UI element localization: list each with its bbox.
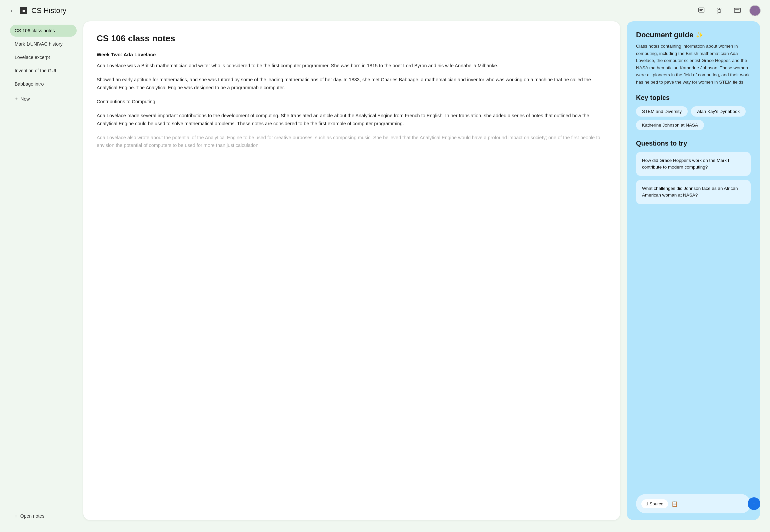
svg-point-3 (718, 9, 721, 12)
topic-chip-katherine[interactable]: Katherine Johnson at NASA (636, 120, 704, 130)
guide-description: Class notes containing information about… (636, 43, 751, 86)
doc-icon: ■ (20, 7, 27, 14)
svg-rect-0 (699, 8, 704, 12)
page-title: CS History (31, 6, 66, 15)
open-notes-label: Open notes (20, 513, 44, 519)
question-card-1[interactable]: How did Grace Hopper's work on the Mark … (636, 152, 751, 176)
section-title: Week Two: Ada Lovelace (97, 52, 607, 57)
chat-icon-button[interactable] (731, 5, 743, 17)
paragraph-5: Ada Lovelace also wrote about the potent… (97, 134, 607, 150)
plus-icon: + (15, 96, 18, 102)
sidebar-item-lovelace[interactable]: Lovelace excerpt (10, 51, 77, 63)
topic-chip-stem[interactable]: STEM and Diversity (636, 106, 688, 117)
header-right: U (695, 5, 761, 17)
paragraph-3: Contributions to Computing: (97, 98, 607, 106)
avatar[interactable]: U (749, 5, 761, 16)
guide-header: Document guide ✨ (636, 31, 751, 39)
sidebar-item-cs106[interactable]: CS 106 class notes (10, 25, 77, 37)
document-panel: CS 106 class notes Week Two: Ada Lovelac… (83, 21, 620, 520)
paragraph-1: Ada Lovelace was a British mathematician… (97, 62, 607, 70)
new-note-button[interactable]: + New (10, 93, 77, 105)
sidebar: CS 106 class notes Mark 1/UNIVAC history… (7, 21, 80, 525)
svg-rect-4 (734, 8, 740, 13)
paragraph-4: Ada Lovelace made several important cont… (97, 112, 607, 128)
guide-title: Document guide (636, 31, 693, 39)
open-notes-button[interactable]: ≡ Open notes (10, 510, 77, 522)
send-icon: ↑ (753, 500, 756, 507)
header-left: ← ■ CS History (9, 6, 66, 15)
content-area: CS 106 class notes Week Two: Ada Lovelac… (80, 21, 763, 525)
questions-container: How did Grace Hopper's work on the Mark … (636, 152, 751, 204)
feedback-icon-button[interactable] (695, 5, 707, 17)
paragraph-2: Showed an early aptitude for mathematics… (97, 76, 607, 92)
back-button[interactable]: ← (9, 7, 16, 15)
topics-container: STEM and Diversity Alan Kay's Dynabook K… (636, 106, 751, 130)
question-card-2[interactable]: What challenges did Johnson face as an A… (636, 180, 751, 204)
sidebar-item-marki[interactable]: Mark 1/UNIVAC history (10, 38, 77, 50)
source-chip[interactable]: 1 Source (641, 499, 668, 508)
questions-title: Questions to try (636, 140, 751, 147)
bug-icon-button[interactable] (713, 5, 725, 17)
sidebar-item-babbage[interactable]: Babbage intro (10, 78, 77, 90)
notes-icon-2: 📋 (671, 501, 678, 507)
header: ← ■ CS History (0, 0, 770, 21)
notes-icon: ≡ (15, 513, 18, 519)
chat-input-row: 1 Source 📋 ↑ (636, 494, 751, 513)
chat-icon (734, 7, 741, 14)
document-title: CS 106 class notes (97, 33, 607, 44)
sparkle-icon: ✨ (696, 31, 703, 39)
send-button[interactable]: ↑ (748, 497, 760, 510)
feedback-icon (698, 7, 705, 14)
new-label: New (20, 96, 30, 102)
topic-chip-dynabook[interactable]: Alan Kay's Dynabook (691, 106, 746, 117)
right-panel: Document guide ✨ Class notes containing … (627, 21, 760, 520)
sidebar-item-gui[interactable]: Invention of the GUI (10, 65, 77, 77)
main-layout: CS 106 class notes Mark 1/UNIVAC history… (0, 21, 770, 532)
bug-icon (716, 7, 723, 14)
chat-input[interactable] (686, 501, 744, 506)
key-topics-title: Key topics (636, 94, 751, 102)
